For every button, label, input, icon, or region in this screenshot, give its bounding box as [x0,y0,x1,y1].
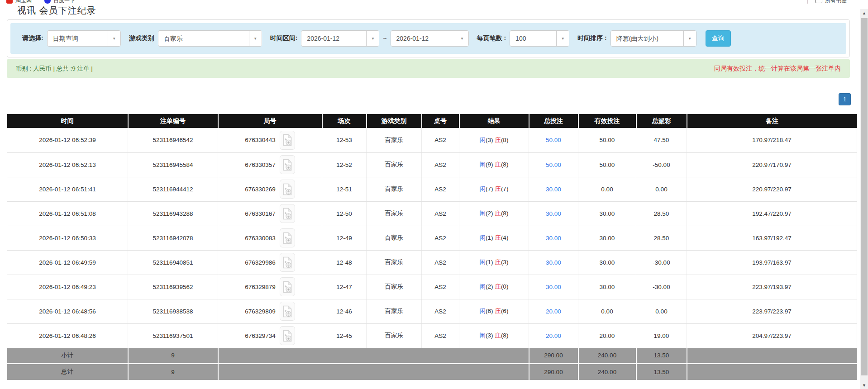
cell-bet-id: 523116937501 [128,323,218,348]
video-replay-button[interactable] [280,253,295,272]
video-replay-button[interactable] [280,155,295,174]
bookmark-item[interactable]: 淘宝网 [6,0,32,5]
scroll-up-arrow-icon[interactable]: ▲ [860,9,868,17]
cell-time: 2026-01-12 06:52:39 [7,128,128,152]
sort-order-label: 时间排序 : [577,34,607,43]
cell-total-bet[interactable]: 30.00 [529,275,578,299]
cell-total-bet[interactable]: 50.00 [529,152,578,177]
player-score: (1) [486,259,493,266]
total-bet-link[interactable]: 30.00 [546,259,561,266]
video-replay-button[interactable] [280,277,295,296]
cell-table-no: AS2 [422,177,459,201]
game-type-select[interactable]: 百家乐 ▼ [158,30,262,47]
total-bet-link[interactable]: 20.00 [546,332,561,339]
video-replay-button[interactable] [280,326,295,345]
table-row: 2026-01-12 06:50:33523116942078676330083… [7,226,857,250]
video-replay-button[interactable] [280,302,295,321]
cell-game-type: 百家乐 [367,128,422,152]
page-size-label: 每页笔数 : [477,34,506,43]
cell-total-bet[interactable]: 20.00 [529,299,578,323]
player-score: (6) [486,308,493,314]
sort-order-select[interactable]: 降冪(由大到小) ▼ [610,30,696,47]
query-type-select[interactable]: 日期查询 ▼ [47,30,121,47]
banker-score: (3) [501,259,509,266]
subtotal-count: 9 [128,348,218,363]
cell-result: 闲(1) 庄(4) [459,226,529,250]
video-replay-button[interactable] [280,228,295,247]
column-header-session: 场次 [322,114,367,128]
date-from-select[interactable]: 2026-01-12 ▼ [301,30,379,47]
round-id-value: 676329809 [245,308,276,315]
scrollbar[interactable]: ▲ ▼ [860,9,868,389]
subtotal-label: 小计 [7,348,128,363]
player-result: 闲 [480,332,486,339]
all-bookmarks-button[interactable]: 所有书签 [825,0,847,5]
total-bet-link[interactable]: 30.00 [546,210,561,217]
player-result: 闲 [480,185,486,192]
cell-bet-id: 523116938538 [128,299,218,323]
cell-result: 闲(3) 庄(8) [459,128,529,152]
cell-table-no: AS2 [422,250,459,275]
cell-session: 12-51 [322,177,367,201]
cell-note: 220.97/170.97 [687,152,857,177]
cell-total-bet[interactable]: 20.00 [529,323,578,348]
total-bet-link[interactable]: 50.00 [546,161,561,168]
cell-game-type: 百家乐 [367,226,422,250]
column-header-bet-id: 注单编号 [128,114,218,128]
total-bet-link[interactable]: 50.00 [546,137,561,143]
video-replay-button[interactable] [280,204,295,223]
cell-round-id: 676330167 [218,201,322,226]
round-id-value: 676330443 [245,137,276,143]
cell-time: 2026-01-12 06:49:23 [7,275,128,299]
scrollbar-thumb[interactable] [861,18,868,375]
cell-round-id: 676329986 [218,250,322,275]
cell-round-id: 676330357 [218,152,322,177]
query-button[interactable]: 查询 [706,30,731,47]
date-to-select[interactable]: 2026-01-12 ▼ [391,30,469,47]
cell-total-bet[interactable]: 30.00 [529,226,578,250]
round-id-value: 676330083 [245,235,276,242]
blue-site-favicon-icon [44,0,51,4]
cell-bet-id: 523116942078 [128,226,218,250]
filter-panel: 请选择: 日期查询 ▼ 游戏类别 百家乐 ▼ 时间区间: 2026-01-12 … [7,19,850,57]
banker-score: (6) [501,308,509,314]
date-from-value: 2026-01-12 [301,31,366,46]
cell-session: 12-45 [322,323,367,348]
cell-session: 12-47 [322,275,367,299]
subtotal-total-bet: 290.00 [529,348,578,363]
chevron-down-icon: ▼ [249,31,262,46]
cell-payout: 28.50 [636,226,687,250]
table-header: 时间 注单编号 局号 场次 游戏类别 桌号 结果 总投注 有效投注 总派彩 备注 [7,114,857,128]
bookmark-item[interactable]: 百度一下 [44,0,75,5]
scroll-down-arrow-icon[interactable]: ▼ [860,381,868,389]
total-bet-link[interactable]: 30.00 [546,284,561,290]
page-1-button[interactable]: 1 [839,93,851,105]
total-bet-link[interactable]: 20.00 [546,308,561,315]
cell-result: 闲(9) 庄(8) [459,152,529,177]
cell-table-no: AS2 [422,128,459,152]
cell-game-type: 百家乐 [367,299,422,323]
page-size-select[interactable]: 100 ▼ [510,30,569,47]
total-bet-link[interactable]: 30.00 [546,235,561,242]
round-id-value: 676329879 [245,284,276,290]
player-result: 闲 [480,161,486,168]
cell-total-bet[interactable]: 50.00 [529,128,578,152]
cell-valid-bet: 30.00 [578,201,636,226]
total-bet-link[interactable]: 30.00 [546,186,561,193]
cell-game-type: 百家乐 [367,250,422,275]
cell-note: 192.47/220.97 [687,201,857,226]
cell-result: 闲(3) 庄(8) [459,323,529,348]
video-replay-button[interactable] [280,180,295,199]
cell-total-bet[interactable]: 30.00 [529,177,578,201]
player-result: 闲 [480,308,486,314]
cell-session: 12-46 [322,299,367,323]
page-title: 视讯 会员下注纪录 [17,5,96,17]
cell-total-bet[interactable]: 30.00 [529,250,578,275]
cell-payout: 0.00 [636,177,687,201]
cell-session: 12-50 [322,201,367,226]
cell-payout: -30.00 [636,275,687,299]
cell-result: 闲(7) 庄(7) [459,177,529,201]
video-replay-icon [283,183,292,195]
video-replay-button[interactable] [280,131,295,150]
cell-total-bet[interactable]: 30.00 [529,201,578,226]
